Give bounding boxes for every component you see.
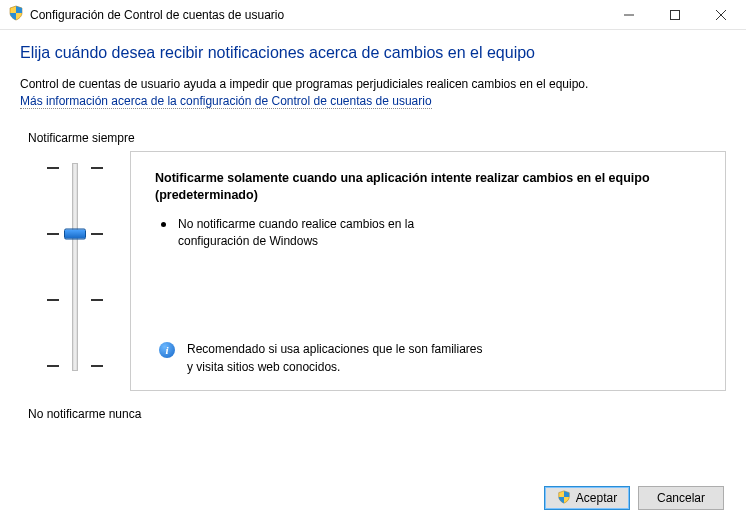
slider-tick [47, 299, 103, 301]
level-description-panel: Notificarme solamente cuando una aplicac… [130, 151, 726, 391]
svg-rect-1 [671, 10, 680, 19]
bullet-icon [161, 222, 166, 227]
content-area: Elija cuándo desea recibir notificacione… [0, 30, 746, 421]
shield-icon [8, 5, 24, 24]
notification-level-slider[interactable] [47, 157, 103, 377]
slider-bottom-label: No notificarme nunca [28, 407, 726, 421]
maximize-button[interactable] [652, 0, 698, 30]
close-button[interactable] [698, 0, 744, 30]
cancel-button[interactable]: Cancelar [638, 486, 724, 510]
cancel-button-label: Cancelar [657, 491, 705, 505]
shield-icon [557, 490, 571, 507]
recommendation-text: Recomendado si usa aplicaciones que le s… [187, 341, 487, 376]
info-icon: i [159, 342, 175, 358]
minimize-button[interactable] [606, 0, 652, 30]
slider-thumb[interactable] [64, 229, 86, 240]
level-title: Notificarme solamente cuando una aplicac… [155, 170, 701, 204]
window-title: Configuración de Control de cuentas de u… [30, 8, 606, 22]
slider-tick [47, 365, 103, 367]
ok-button-label: Aceptar [576, 491, 617, 505]
ok-button[interactable]: Aceptar [544, 486, 630, 510]
level-bullet-row: No notificarme cuando realice cambios en… [155, 216, 701, 251]
page-heading: Elija cuándo desea recibir notificacione… [20, 44, 726, 62]
description-text: Control de cuentas de usuario ayuda a im… [20, 76, 726, 92]
dialog-buttons: Aceptar Cancelar [544, 486, 724, 510]
slider-top-label: Notificarme siempre [28, 131, 726, 145]
slider-tick [47, 167, 103, 169]
window-controls [606, 0, 744, 30]
level-bullet-text: No notificarme cuando realice cambios en… [178, 216, 458, 251]
slider-track [72, 163, 78, 371]
more-info-link[interactable]: Más información acerca de la configuraci… [20, 94, 432, 109]
recommendation-row: i Recomendado si usa aplicaciones que le… [155, 341, 701, 376]
title-bar: Configuración de Control de cuentas de u… [0, 0, 746, 30]
